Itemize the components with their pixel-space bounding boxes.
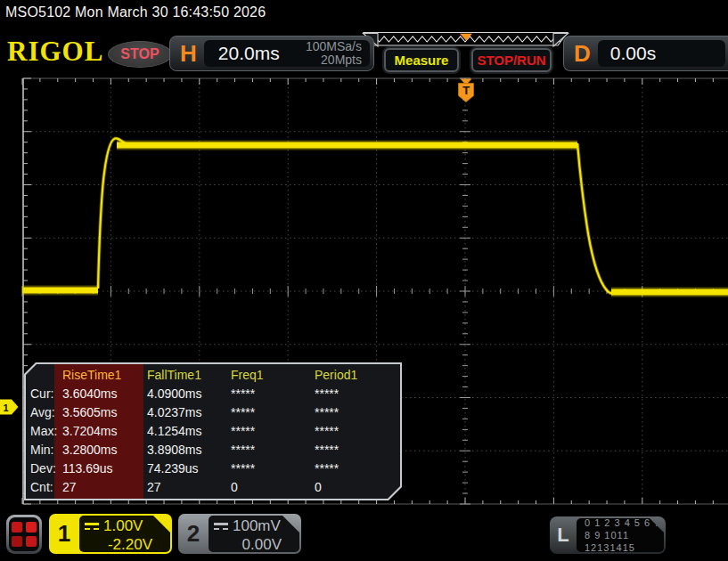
acquisition-status-badge: STOP <box>108 41 172 68</box>
measurement-row-label: Avg: <box>26 405 54 424</box>
measurement-column-header[interactable]: RiseTime1 <box>54 368 143 386</box>
channel1-waveform <box>22 138 728 293</box>
measurement-value: 113.69us <box>54 461 143 480</box>
measurement-value: ***** <box>227 386 311 405</box>
d-label: D <box>564 40 598 68</box>
grid-icon-square <box>26 522 37 533</box>
measurement-value: ***** <box>311 424 400 443</box>
h-label: H <box>170 40 204 68</box>
stop-run-button[interactable]: STOP/RUN <box>471 48 552 72</box>
timebase-value: 20.0ms <box>204 43 306 64</box>
measurement-value: 27 <box>54 480 143 499</box>
channel1-scale: 1.00V <box>103 517 143 535</box>
logic-analyzer-label: L <box>550 516 577 554</box>
rigol-logo: RIGOL <box>7 36 105 68</box>
measurement-value: 27 <box>143 480 227 499</box>
measurement-row-label: Cur: <box>26 386 54 405</box>
grid-icon-square <box>26 536 37 547</box>
measurement-column-header[interactable]: Period1 <box>311 368 400 386</box>
measure-button[interactable]: Measure <box>384 48 459 72</box>
trigger-marker-letter: T <box>462 84 470 97</box>
trigger-marker[interactable]: T <box>459 79 474 102</box>
measurement-value: 0 <box>227 480 311 499</box>
channel2-scale: 100mV <box>233 517 281 535</box>
measurement-value: ***** <box>311 461 400 480</box>
measurement-row-label: Cnt: <box>26 480 54 499</box>
measurement-value: ***** <box>311 386 400 405</box>
measurement-row-label: Min: <box>26 443 54 461</box>
measurement-value: ***** <box>311 443 400 461</box>
channel1-badge[interactable]: 1 1.00V -2.20V <box>49 514 172 554</box>
display-menu-icon[interactable] <box>6 515 42 554</box>
dc-coupling-icon <box>85 523 99 530</box>
channel1-position-tag-label: 1 <box>3 402 8 413</box>
sample-rate-block: 100MSa/s 20Mpts <box>306 40 370 67</box>
measurement-value: ***** <box>227 443 311 461</box>
measurement-value: 4.0900ms <box>143 386 227 405</box>
grid-icon-square <box>12 522 22 533</box>
measurement-value: 3.8908ms <box>143 443 227 461</box>
measurement-value: 3.5605ms <box>54 405 143 424</box>
dc-coupling-icon <box>214 523 228 530</box>
measurement-value: 4.0237ms <box>143 405 227 424</box>
measurement-column-header[interactable]: Freq1 <box>227 368 311 386</box>
logic-analyzer-badge[interactable]: L 0 1 2 3 4 5 6 7 8 9 1011 12131415 <box>550 516 666 554</box>
grid-icon-square <box>12 536 22 547</box>
measurement-value: 3.6040ms <box>54 386 143 405</box>
measurement-value: 4.1254ms <box>143 424 227 443</box>
measurement-value: ***** <box>311 405 400 424</box>
measurement-row-label: Dev: <box>26 461 54 480</box>
measurement-column-header[interactable]: FallTime1 <box>143 368 227 386</box>
digital-channels-row1: 0 1 2 3 4 5 6 7 <box>585 516 664 529</box>
measurement-value: 0 <box>311 480 400 499</box>
channel2-offset: 0.00V <box>214 536 292 554</box>
delay-pill: 0.00s <box>598 40 725 67</box>
horizontal-timebase-panel[interactable]: H 20.0ms 100MSa/s 20Mpts <box>169 36 374 71</box>
trigger-delay-panel[interactable]: D 0.00s <box>563 36 728 71</box>
sample-rate: 100MSa/s <box>306 40 362 53</box>
channel1-number: 1 <box>49 514 79 554</box>
titlebar-text: MSO5102 Mon March 30 16:43:50 2026 <box>5 4 266 20</box>
horizontal-position-strip[interactable] <box>364 33 568 46</box>
channel2-badge[interactable]: 2 100mV 0.00V <box>178 514 301 554</box>
measurement-corner-cell <box>26 368 54 386</box>
channel2-number: 2 <box>178 514 209 554</box>
digital-channels-row2: 8 9 1011 12131415 <box>585 529 664 554</box>
channel1-offset: -2.20V <box>85 536 163 554</box>
measurement-value: 3.7204ms <box>54 424 143 443</box>
measurement-value: ***** <box>227 461 311 480</box>
measurement-value: ***** <box>227 405 311 424</box>
memory-depth: 20Mpts <box>306 53 362 67</box>
delay-value: 0.00s <box>598 43 656 64</box>
measurement-value: 3.2800ms <box>54 443 143 461</box>
measurement-value: 74.239us <box>143 461 227 480</box>
measurement-panel[interactable]: RiseTime1 FallTime1 Freq1 Period1 Cur: 3… <box>24 362 402 500</box>
timebase-pill: 20.0ms 100MSa/s 20Mpts <box>204 40 370 67</box>
measurement-value: ***** <box>227 424 311 443</box>
measurement-row-label: Max: <box>26 424 54 443</box>
channel1-position-tag[interactable]: 1 <box>0 400 19 415</box>
